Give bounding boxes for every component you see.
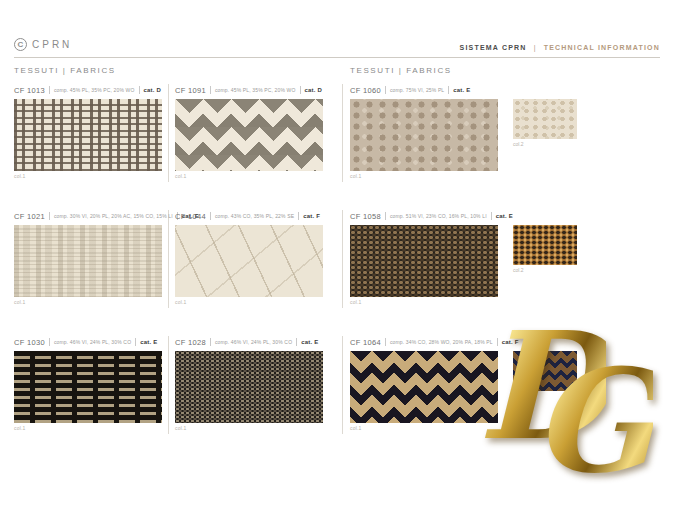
- fabric-variant-swatch: [513, 225, 577, 265]
- separator: [298, 212, 299, 220]
- separator: [300, 86, 301, 94]
- column-divider: [168, 84, 169, 182]
- fabric-card-header: CF 1064 comp. 34% CO, 28% WO, 20% PA, 18…: [350, 336, 498, 348]
- fabric-code: CF 1021: [14, 212, 45, 221]
- fabric-code: CF 1030: [14, 338, 45, 347]
- column-divider: [342, 210, 343, 308]
- fabric-swatch: [350, 225, 498, 297]
- column-divider: [168, 210, 169, 308]
- swatch-caption: col.1: [14, 173, 162, 179]
- fabric-category: cat. E: [496, 213, 513, 219]
- fabric-swatch: [175, 351, 323, 423]
- fabric-swatch: [14, 225, 162, 297]
- fabric-composition: comp. 51% VI, 23% CO, 16% PL, 10% LI: [390, 213, 487, 219]
- fabric-card-cf1030: CF 1030 comp. 46% VI, 24% PL, 30% CO cat…: [14, 336, 162, 431]
- separator: [448, 86, 449, 94]
- fabric-code: CF 1013: [14, 86, 45, 95]
- logo-symbol: C: [18, 40, 24, 49]
- swatch-caption: col.1: [350, 299, 498, 305]
- variant-caption: col.2: [513, 141, 524, 147]
- column-divider: [342, 84, 343, 182]
- separator: [385, 338, 386, 346]
- fabric-code: CF 1058: [350, 212, 381, 221]
- separator: [385, 212, 386, 220]
- fabric-card-header: CF 1091 comp. 45% PL, 35% PC, 20% WO cat…: [175, 84, 323, 96]
- catalog-page: C CPRN SISTEMA CPRN|TECHNICAL INFORMATIO…: [0, 0, 674, 505]
- fabric-code: CF 1028: [175, 338, 206, 347]
- fabric-card-cf1028: CF 1028 comp. 46% VI, 24% PL, 30% CO cat…: [175, 336, 323, 431]
- fabric-card-header: CF 1028 comp. 46% VI, 24% PL, 30% CO cat…: [175, 336, 323, 348]
- swatch-caption: col.1: [350, 173, 498, 179]
- fabric-card-header: CF 1060 comp. 75% VI, 25% PL cat. E: [350, 84, 498, 96]
- fabric-category: cat. D: [305, 87, 323, 93]
- fabric-swatch: [350, 351, 498, 423]
- sistema-cprn-label: SISTEMA CPRN: [460, 44, 527, 51]
- fabric-card-header: CF 1030 comp. 46% VI, 24% PL, 30% CO cat…: [14, 336, 162, 348]
- fabric-swatch: [350, 99, 498, 171]
- fabric-card-cf1044: CF 1044 comp. 43% CO, 35% PL, 22% SE cat…: [175, 210, 323, 305]
- fabric-category: cat. D: [144, 87, 162, 93]
- fabric-composition: comp. 46% VI, 24% PL, 30% CO: [215, 339, 292, 345]
- column-divider: [342, 336, 343, 434]
- variant-caption: col.2: [513, 393, 524, 399]
- separator: [210, 338, 211, 346]
- column-divider: [168, 336, 169, 434]
- swatch-caption: col.1: [14, 299, 162, 305]
- fabric-composition: comp. 46% VI, 24% PL, 30% CO: [54, 339, 131, 345]
- separator: [491, 212, 492, 220]
- fabric-code: CF 1064: [350, 338, 381, 347]
- fabric-composition: comp. 75% VI, 25% PL: [390, 87, 444, 93]
- swatch-caption: col.1: [14, 425, 162, 431]
- fabric-code: CF 1044: [175, 212, 206, 221]
- fabric-category: cat. E: [301, 339, 318, 345]
- technical-information-label: TECHNICAL INFORMATION: [544, 44, 660, 51]
- fabric-composition: comp. 30% VI, 20% PL, 20% AC, 15% CO, 15…: [54, 213, 173, 219]
- fabric-card-header: CF 1058 comp. 51% VI, 23% CO, 16% PL, 10…: [350, 210, 498, 222]
- cprn-logo: C CPRN: [14, 38, 72, 51]
- fabric-swatch: [175, 225, 323, 297]
- fabric-swatch: [14, 351, 162, 423]
- logo-text: CPRN: [32, 39, 72, 50]
- fabric-variant-swatch: [513, 99, 577, 139]
- fabric-composition: comp. 43% CO, 35% PL, 22% SE: [215, 213, 294, 219]
- fabric-category: cat. E: [453, 87, 470, 93]
- fabric-category: cat. F: [502, 339, 519, 345]
- fabric-card-cf1058: CF 1058 comp. 51% VI, 23% CO, 16% PL, 10…: [350, 210, 498, 305]
- header-separator: |: [534, 44, 537, 51]
- fabric-composition: comp. 45% PL, 35% PC, 20% WO: [215, 87, 296, 93]
- fabric-card-cf1013: CF 1013 comp. 45% PL, 35% PC, 20% WO cat…: [14, 84, 162, 179]
- fabric-swatch: [14, 99, 162, 171]
- fabric-card-cf1064: CF 1064 comp. 34% CO, 28% WO, 20% PA, 18…: [350, 336, 498, 431]
- fabric-card-cf1091: CF 1091 comp. 45% PL, 35% PC, 20% WO cat…: [175, 84, 323, 179]
- separator: [49, 212, 50, 220]
- fabric-code: CF 1060: [350, 86, 381, 95]
- fabric-card-header: CF 1021 comp. 30% VI, 20% PL, 20% AC, 15…: [14, 210, 162, 222]
- fabric-composition: comp. 34% CO, 28% WO, 20% PA, 18% PL: [390, 339, 493, 345]
- swatch-caption: col.1: [175, 173, 323, 179]
- separator: [210, 212, 211, 220]
- header-right: SISTEMA CPRN|TECHNICAL INFORMATION: [460, 44, 660, 51]
- swatch-caption: col.1: [350, 425, 498, 431]
- separator: [49, 338, 50, 346]
- separator: [210, 86, 211, 94]
- fabric-card-header: CF 1044 comp. 43% CO, 35% PL, 22% SE cat…: [175, 210, 323, 222]
- separator: [385, 86, 386, 94]
- swatch-caption: col.1: [175, 425, 323, 431]
- fabric-card-cf1060: CF 1060 comp. 75% VI, 25% PL cat. E col.…: [350, 84, 498, 179]
- separator: [135, 338, 136, 346]
- section-title-left: TESSUTI | FABRICS: [14, 66, 116, 75]
- section-title-right: TESSUTI | FABRICS: [350, 66, 452, 75]
- fabric-card-cf1021: CF 1021 comp. 30% VI, 20% PL, 20% AC, 15…: [14, 210, 162, 305]
- header-divider: [14, 57, 660, 58]
- swatch-caption: col.1: [175, 299, 323, 305]
- fabric-code: CF 1091: [175, 86, 206, 95]
- separator: [497, 338, 498, 346]
- variant-caption: col.2: [513, 267, 524, 273]
- fabric-card-header: CF 1013 comp. 45% PL, 35% PC, 20% WO cat…: [14, 84, 162, 96]
- fabric-category: cat. E: [140, 339, 157, 345]
- fabric-category: cat. F: [303, 213, 320, 219]
- circled-c-logo-icon: C: [14, 38, 27, 51]
- separator: [139, 86, 140, 94]
- separator: [49, 86, 50, 94]
- fabric-swatch: [175, 99, 323, 171]
